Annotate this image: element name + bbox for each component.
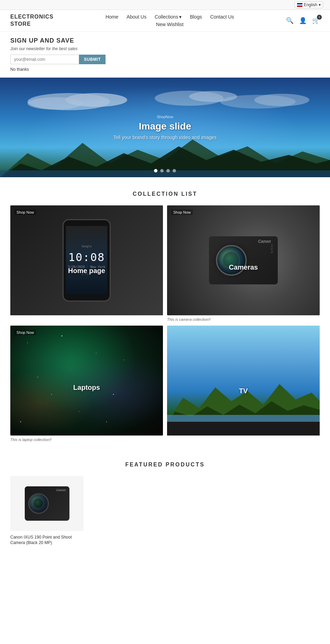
chevron-down-icon: ▾ [319,2,321,7]
shop-now-tag-laptops[interactable]: Shop Now [14,330,36,335]
collection-item-homepage[interactable]: Google 10:08 5/20/2020 · New York 3°/11°… [10,205,163,321]
hero-title: Image slide [113,121,217,132]
main-nav: Home About Us Collections ▾ Blogs Contac… [106,14,234,27]
svg-point-6 [254,94,309,106]
slider-dots [154,169,176,172]
product-camera-image: Canon [25,486,69,521]
collection-grid: Google 10:08 5/20/2020 · New York 3°/11°… [10,205,320,442]
tv-mountains [167,381,320,422]
collection-desc-cameras: This is camera collection!! [167,317,320,321]
cart-badge: 0 [317,15,322,20]
newsletter-form: SUBMIT [10,55,320,64]
collection-list-title: COLLECTION LIST [10,191,320,197]
collection-overlay-homepage: Shop Now [10,205,163,321]
hero-shop-now[interactable]: ShopNow [113,115,217,119]
collection-overlay-laptops: Shop Now [10,326,163,436]
account-icon[interactable]: 👤 [299,17,307,24]
product-lens-inner [33,498,44,509]
collection-item-tv[interactable]: TV [167,326,320,442]
slider-dot-1[interactable] [154,169,157,172]
no-thanks-link[interactable]: No thanks [10,67,320,72]
product-camera-lens [28,493,49,514]
hero-slider: ShopNow Image slide Tell your brand's st… [0,78,330,177]
slider-dot-4[interactable] [173,169,176,172]
nav-wishlist[interactable]: New Wishlist [156,22,184,27]
collection-label-homepage: Home page [68,267,105,275]
hero-subtitle: Tell your brand's story through video an… [113,135,217,140]
svg-rect-22 [167,415,320,422]
nav-home[interactable]: Home [106,14,118,20]
nav-contact[interactable]: Contact Us [210,14,234,20]
search-icon[interactable]: 🔍 [286,17,294,24]
clouds-decoration [0,88,330,115]
svg-point-2 [28,97,82,110]
tv-stand-bar [167,422,320,436]
slider-dot-2[interactable] [160,169,164,172]
nav-collections[interactable]: Collections ▾ [155,14,182,20]
newsletter-section: SIGN UP AND SAVE Join our newsletter for… [0,32,330,78]
collection-label-cameras: Cameras [229,263,258,271]
product-card-canon-ixus[interactable]: Canon Canon IXUS 190 Point and Shoot Cam… [10,476,84,546]
newsletter-heading: SIGN UP AND SAVE [10,37,320,44]
featured-products-title: FEATURED PRODUCTS [10,462,320,468]
nav-top-row: Home About Us Collections ▾ Blogs Contac… [106,14,234,20]
cart-icon[interactable]: 🛒 0 [312,17,320,24]
collection-bg-tv [167,326,320,436]
collection-label-tv: TV [239,387,248,395]
collection-label-laptops: Laptops [73,384,100,392]
collection-laptops-wrapper: Shop Now Laptops This is laptop collecti… [10,326,163,442]
product-grid: Canon Canon IXUS 190 Point and Shoot Cam… [10,476,320,546]
hero-content: ShopNow Image slide Tell your brand's st… [113,115,217,140]
collection-desc-laptops: This is laptop collection!! [10,438,163,442]
email-input[interactable] [10,55,79,64]
submit-button[interactable]: SUBMIT [79,55,106,64]
flag-icon [297,3,302,7]
collection-item-laptops[interactable]: Shop Now Laptops [10,326,163,436]
collection-item-cameras[interactable]: Canon IXUS Shop Now Cameras [167,205,320,315]
featured-products-section: FEATURED PRODUCTS Canon Canon IXUS 190 P… [0,451,330,560]
shop-now-tag-homepage[interactable]: Shop Now [14,210,36,215]
collection-list-section: COLLECTION LIST Google 10:08 5/20/2020 ·… [0,177,330,451]
language-label: English [304,2,317,7]
product-image-wrap: Canon [10,476,84,531]
slider-dot-3[interactable] [166,169,170,172]
newsletter-subtext: Join our newsletter for the best sales [10,46,320,51]
product-name: Canon IXUS 190 Point and Shoot Camera (B… [10,534,84,546]
chevron-down-icon: ▾ [179,14,182,20]
shop-now-tag-cameras[interactable]: Shop Now [171,210,193,215]
nav-bottom-row: New Wishlist [156,22,184,27]
header-icons: 🔍 👤 🛒 0 [286,17,320,24]
language-selector[interactable]: English ▾ [295,1,323,8]
header: ELECTRONICS STORE Home About Us Collecti… [0,10,330,32]
collection-overlay-cameras: Shop Now [167,205,320,315]
nav-about[interactable]: About Us [126,14,146,20]
nav-blogs[interactable]: Blogs [190,14,202,20]
top-bar: English ▾ [0,0,330,10]
collection-cameras-wrapper: Canon IXUS Shop Now Cameras This is came… [167,205,320,321]
logo[interactable]: ELECTRONICS STORE [10,13,54,28]
